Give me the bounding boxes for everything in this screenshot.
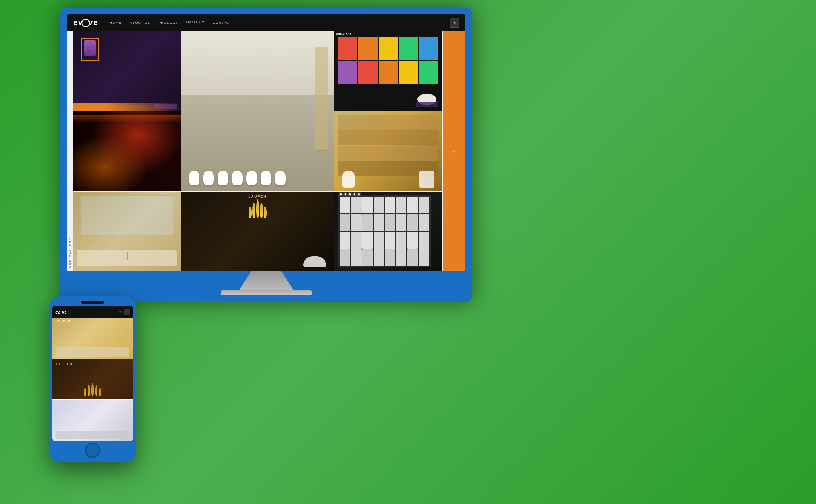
nav-bar: evve HOME ABOUT US PRODUCT GALLERY CONTA… xyxy=(67,14,465,31)
gallery-content: OUR GALLERY xyxy=(67,31,465,271)
monitor: evve HOME ABOUT US PRODUCT GALLERY CONTA… xyxy=(60,8,472,302)
monitor-screen: evve HOME ABOUT US PRODUCT GALLERY CONTA… xyxy=(67,14,465,271)
phone-gallery-image-1[interactable] xyxy=(52,318,133,359)
phone-speaker xyxy=(81,301,104,304)
gallery-sidebar-label: OUR GALLERY xyxy=(67,31,73,271)
nav-about[interactable]: ABOUT US xyxy=(130,21,150,25)
gallery-image-5[interactable] xyxy=(73,111,181,191)
gallery-image-3[interactable]: BRILLIANT xyxy=(334,31,442,111)
phone-screen: evve ≡ ✦ xyxy=(52,306,133,441)
nav-gallery[interactable]: GALLERY xyxy=(186,20,204,25)
phone-logo: evve xyxy=(55,310,119,314)
nav-links: HOME ABOUT US PRODUCT GALLERY CONTACT xyxy=(110,20,450,25)
logo-text-2: ve xyxy=(88,18,98,26)
nav-contact[interactable]: CONTACT xyxy=(213,21,232,25)
phone-gallery-image-2[interactable]: LAUFEN xyxy=(52,359,133,400)
gallery-image-7[interactable] xyxy=(73,192,181,271)
logo: evve xyxy=(73,18,99,27)
laufen-brand-label: LAUFEN xyxy=(248,195,267,198)
phone-body: evve ≡ ✦ xyxy=(49,296,136,462)
phone-nav: evve ≡ ✦ xyxy=(52,306,133,318)
search-icon[interactable]: ✦ xyxy=(450,18,459,28)
hamburger-icon[interactable]: ≡ xyxy=(119,309,122,315)
phone-gallery: LAUFEN xyxy=(52,318,133,441)
phone-search-icon[interactable]: ✦ xyxy=(124,309,130,315)
website: evve HOME ABOUT US PRODUCT GALLERY CONTA… xyxy=(67,14,465,271)
gallery-image-1[interactable] xyxy=(73,31,181,111)
logo-circle-icon xyxy=(82,19,90,27)
phone-home-button[interactable] xyxy=(85,443,100,458)
nav-product[interactable]: PRODUCT xyxy=(158,21,178,25)
nav-home[interactable]: HOME xyxy=(110,21,122,25)
gallery-image-9[interactable] xyxy=(334,192,442,271)
brand-brilliant: BRILLIANT xyxy=(336,33,352,35)
phone-laufen-label: LAUFEN xyxy=(56,362,73,366)
gallery-image-2[interactable] xyxy=(181,31,334,191)
monitor-body: evve HOME ABOUT US PRODUCT GALLERY CONTA… xyxy=(60,8,472,302)
gallery-image-6[interactable] xyxy=(334,111,442,191)
gallery-image-8[interactable]: LAUFEN xyxy=(181,192,334,271)
gallery-image-4: ▶ xyxy=(443,31,465,271)
phone-logo-text-2: ve xyxy=(62,310,66,314)
phone: evve ≡ ✦ xyxy=(49,296,136,462)
phone-gallery-image-3[interactable] xyxy=(52,400,133,441)
gallery-grid: BRILLIANT xyxy=(73,31,465,271)
